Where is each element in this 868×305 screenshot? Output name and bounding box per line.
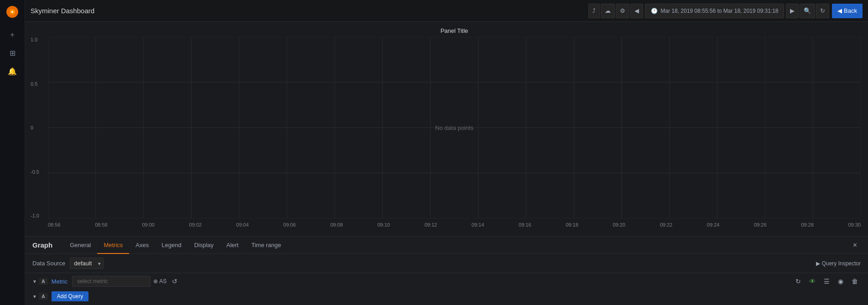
clock-icon: 🕐 [651,8,658,14]
chart-container: Panel Title 1.0 0.5 0 -0.5 -1.0 [25,22,868,236]
settings-button[interactable]: ⚙ [616,4,629,18]
panel-type-label: Graph [32,237,60,253]
chart-canvas: 1.0 0.5 0 -0.5 -1.0 [48,37,861,218]
datasource-row: Data Source default ▶ Query Inspector [25,254,868,273]
tab-display[interactable]: Display [188,237,220,254]
time-range-picker[interactable]: 🕐 Mar 18, 2019 08:55:56 to Mar 18, 2019 … [645,4,784,18]
back-icon: ◀ Back [837,7,857,14]
topbar: Skyminer Dashboard ⤴ ☁ ⚙ ◀ 🕐 Mar 18, 201… [25,0,868,22]
panel-editor: Graph General Metrics Axes Legend Displa… [25,236,868,305]
time-range-label: Mar 18, 2019 08:55:56 to Mar 18, 2019 09… [660,8,778,14]
page-title: Skyminer Dashboard [31,7,94,15]
x-label-6: 09:08 [330,222,343,227]
query-letter-badge: A [39,278,48,285]
sidebar-dashboards-icon[interactable]: ⊞ [3,45,21,61]
bell-icon: 🔔 [8,67,17,76]
tab-time-range[interactable]: Time range [245,237,287,254]
as-label: AS [159,278,166,284]
y-axis-label-top: 1.0 [31,37,39,42]
query-inspector-arrow-icon: ▶ [816,260,820,267]
x-label-10: 09:16 [519,222,531,227]
x-label-13: 09:22 [660,222,673,227]
query-letter-wrap: ▼ A [32,278,48,285]
add-query-chevron-icon[interactable]: ▼ [32,294,37,299]
refresh-button[interactable]: ↻ [816,4,829,18]
time-back-button[interactable]: ◀ [630,4,643,18]
time-forward-button[interactable]: ▶ [786,4,799,18]
x-label-7: 09:10 [377,222,390,227]
x-label-0: 08:56 [48,222,61,227]
query-hide-button[interactable]: ◉ [835,276,846,287]
trash-icon: 🗑 [852,278,858,285]
close-button[interactable]: × [849,239,861,251]
reset-icon: ↺ [172,278,177,285]
y-axis-label-1: 0.5 [31,81,39,87]
sidebar-alerts-icon[interactable]: 🔔 [3,63,21,79]
y-axis-label-bottom: -1.0 [31,213,39,218]
x-label-5: 09:06 [283,222,296,227]
x-label-8: 09:12 [425,222,437,227]
metric-input[interactable] [72,276,151,287]
eye-open-icon: 👁 [809,278,816,285]
tab-alert[interactable]: Alert [220,237,245,254]
x-label-15: 09:26 [754,222,767,227]
reset-button[interactable]: ↺ [169,276,180,287]
share-button[interactable]: ⤴ [588,4,600,18]
no-data-label: No data points [435,124,473,131]
query-refresh-button[interactable]: ↻ [793,276,804,287]
grid-icon: ⊞ [10,49,16,57]
query-enable-button[interactable]: 👁 [806,276,818,287]
x-axis: 08:56 08:58 09:00 09:02 09:04 09:06 09:0… [48,222,861,227]
x-label-11: 09:18 [566,222,578,227]
chart-title: Panel Title [48,27,861,34]
gear-icon: ⚙ [620,7,625,14]
y-axis-label-2: 0 [31,125,39,130]
refresh-query-icon: ↻ [795,278,801,285]
datasource-label: Data Source [32,260,65,267]
refresh-icon: ↻ [820,7,825,14]
tab-metrics[interactable]: Metrics [97,237,129,254]
query-inspector-button[interactable]: ▶ Query Inspector [816,260,861,267]
datasource-select-wrap: default [70,258,104,269]
x-label-16: 09:28 [801,222,814,227]
save-icon: ☁ [605,7,611,14]
query-delete-button[interactable]: 🗑 [849,276,861,287]
save-button[interactable]: ☁ [601,4,615,18]
x-label-12: 09:20 [613,222,625,227]
sidebar-add-icon[interactable]: ＋ [3,26,21,43]
x-label-17: 09:30 [848,222,861,227]
main-content: Skyminer Dashboard ⤴ ☁ ⚙ ◀ 🕐 Mar 18, 201… [25,0,868,305]
plus-as-icon: ⊕ [153,278,158,284]
x-label-9: 09:14 [472,222,484,227]
app-logo[interactable] [4,4,21,20]
datasource-select[interactable]: default [70,258,104,269]
query-inspector-label: Query Inspector [822,260,861,267]
plus-icon: ＋ [9,30,16,40]
share-icon: ⤴ [593,7,596,14]
tab-legend[interactable]: Legend [155,237,187,254]
as-button[interactable]: ⊕ AS [151,276,169,286]
x-label-4: 09:04 [236,222,249,227]
query-chevron-icon[interactable]: ▼ [32,279,37,284]
x-label-2: 09:00 [142,222,155,227]
back-dashboard-button[interactable]: ◀ Back [832,4,863,18]
list-icon: ☰ [824,278,830,285]
y-axis: 1.0 0.5 0 -0.5 -1.0 [31,37,39,218]
add-query-button[interactable]: Add Query [52,291,88,301]
chevron-left-icon: ◀ [634,7,639,14]
query-format-button[interactable]: ☰ [821,276,832,287]
x-label-14: 09:24 [707,222,720,227]
add-query-letter-wrap: ▼ A [32,293,48,300]
zoom-button[interactable]: 🔍 [800,4,815,18]
topbar-actions: ⤴ ☁ ⚙ ◀ 🕐 Mar 18, 2019 08:55:56 to Mar 1… [588,4,863,18]
tab-general[interactable]: General [63,237,97,254]
add-query-row: ▼ A Add Query [25,289,868,305]
chevron-right-icon: ▶ [790,7,795,14]
svg-point-2 [11,11,13,13]
y-axis-label-3: -0.5 [31,169,39,175]
query-actions: ↻ 👁 ☰ ◉ 🗑 [793,276,861,287]
sidebar: ＋ ⊞ 🔔 [0,0,25,305]
tab-axes[interactable]: Axes [129,237,155,254]
zoom-icon: 🔍 [804,7,811,14]
eye-icon: ◉ [838,278,843,285]
